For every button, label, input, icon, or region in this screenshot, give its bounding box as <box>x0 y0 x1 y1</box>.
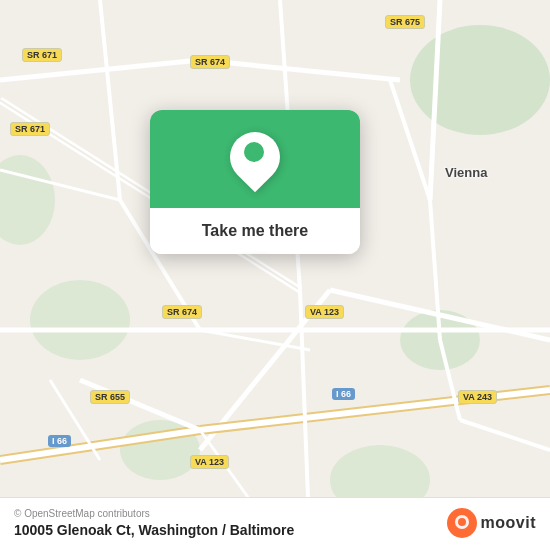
road-label-sr671-mid: SR 671 <box>10 122 50 136</box>
road-label-sr671-top: SR 671 <box>22 48 62 62</box>
pin-inner-dot <box>244 142 264 162</box>
map-container: SR 671 SR 674 SR 675 SR 671 SR 674 VA 12… <box>0 0 550 550</box>
road-label-i66-right: I 66 <box>332 388 355 400</box>
road-label-i66-left: I 66 <box>48 435 71 447</box>
bottom-bar: © OpenStreetMap contributors 10005 Gleno… <box>0 497 550 550</box>
address-text: 10005 Glenoak Ct, Washington / Baltimore <box>14 522 294 538</box>
road-label-sr675: SR 675 <box>385 15 425 29</box>
copyright-text: © OpenStreetMap contributors <box>14 508 294 519</box>
road-label-sr655: SR 655 <box>90 390 130 404</box>
moovit-brand-text: moovit <box>481 514 536 532</box>
location-pin-icon <box>230 132 280 190</box>
svg-point-3 <box>30 280 130 360</box>
card-icon-area <box>150 110 360 208</box>
map-popup-card: Take me there <box>150 110 360 254</box>
moovit-icon-svg <box>453 513 471 533</box>
moovit-logo: moovit <box>447 508 536 538</box>
map-background <box>0 0 550 550</box>
moovit-icon <box>447 508 477 538</box>
road-label-va123-bot: VA 123 <box>190 455 229 469</box>
road-label-sr674-mid: SR 674 <box>162 305 202 319</box>
vienna-label: Vienna <box>445 165 487 180</box>
road-label-va123-top: VA 123 <box>305 305 344 319</box>
road-label-va243: VA 243 <box>458 390 497 404</box>
svg-point-1 <box>410 25 550 135</box>
road-label-sr674-top: SR 674 <box>190 55 230 69</box>
bottom-bar-info: © OpenStreetMap contributors 10005 Gleno… <box>14 508 294 538</box>
take-me-there-button[interactable]: Take me there <box>150 208 360 254</box>
